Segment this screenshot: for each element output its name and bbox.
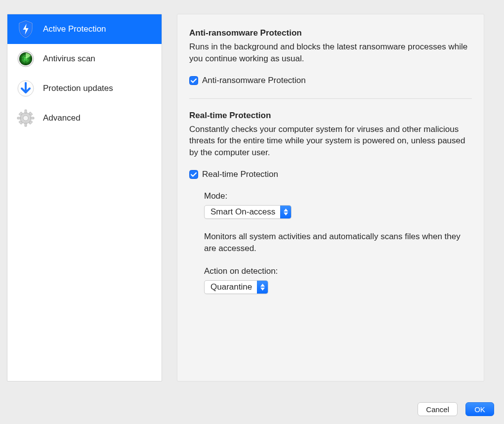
mode-select[interactable]: Smart On-access bbox=[204, 205, 292, 219]
action-select[interactable]: Quarantine bbox=[204, 280, 268, 294]
sidebar-item-protection-updates[interactable]: Protection updates bbox=[7, 74, 162, 103]
preferences-window: Active Protection bbox=[0, 0, 504, 424]
sidebar-item-active-protection[interactable]: Active Protection bbox=[7, 14, 162, 44]
svg-point-17 bbox=[23, 116, 28, 121]
main-panel: Anti-ransomware Protection Runs in the b… bbox=[177, 14, 484, 382]
download-arrow-icon bbox=[16, 79, 35, 98]
action-label: Action on detection: bbox=[204, 266, 472, 276]
realtime-checkbox-label: Real-time Protection bbox=[202, 170, 278, 179]
sidebar: Active Protection bbox=[7, 14, 162, 382]
sidebar-item-label: Active Protection bbox=[43, 24, 106, 34]
realtime-description: Constantly checks your computer system f… bbox=[189, 124, 472, 159]
mode-note: Monitors all system activities and autom… bbox=[204, 231, 472, 254]
anti-ransomware-checkbox-row[interactable]: Anti-ransomware Protection bbox=[189, 76, 472, 85]
anti-ransomware-title: Anti-ransomware Protection bbox=[189, 28, 472, 38]
up-down-chevrons-icon bbox=[257, 280, 268, 294]
realtime-checkbox[interactable] bbox=[189, 170, 198, 179]
sidebar-item-label: Advanced bbox=[43, 113, 81, 123]
sidebar-item-label: Antivirus scan bbox=[43, 54, 95, 64]
svg-rect-10 bbox=[25, 123, 27, 127]
svg-rect-12 bbox=[31, 117, 34, 119]
sidebar-item-label: Protection updates bbox=[43, 84, 113, 93]
anti-ransomware-checkbox[interactable] bbox=[189, 76, 198, 85]
action-select-value: Quarantine bbox=[205, 282, 257, 292]
sidebar-item-advanced[interactable]: Advanced bbox=[7, 103, 162, 133]
up-down-chevrons-icon bbox=[280, 205, 291, 219]
radar-icon bbox=[16, 49, 35, 68]
svg-rect-9 bbox=[25, 110, 27, 113]
section-divider bbox=[189, 98, 472, 99]
realtime-title: Real-time Protection bbox=[189, 111, 472, 121]
mode-label: Mode: bbox=[204, 191, 472, 201]
sidebar-item-antivirus-scan[interactable]: Antivirus scan bbox=[7, 44, 162, 74]
anti-ransomware-checkbox-label: Anti-ransomware Protection bbox=[202, 76, 306, 85]
anti-ransomware-description: Runs in the background and blocks the la… bbox=[189, 41, 472, 65]
ok-button[interactable]: OK bbox=[465, 402, 494, 416]
mode-select-value: Smart On-access bbox=[205, 207, 280, 217]
realtime-checkbox-row[interactable]: Real-time Protection bbox=[189, 170, 472, 179]
shield-bolt-icon bbox=[16, 20, 35, 39]
gear-icon bbox=[16, 109, 35, 127]
svg-rect-11 bbox=[17, 117, 21, 119]
dialog-footer: Cancel OK bbox=[418, 402, 494, 416]
cancel-button[interactable]: Cancel bbox=[418, 402, 458, 416]
